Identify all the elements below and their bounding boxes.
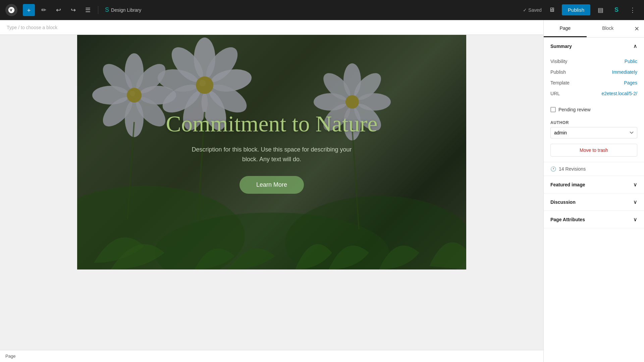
redo-button[interactable]: ↪ — [67, 4, 79, 16]
undo-icon: ↩ — [56, 6, 61, 14]
discussion-title: Discussion — [550, 199, 576, 205]
featured-image-section: Featured image ∨ — [544, 176, 644, 193]
page-attributes-header[interactable]: Page Attributes ∨ — [544, 211, 644, 228]
pending-review-label: Pending review — [558, 107, 591, 112]
page-attributes-title: Page Attributes — [550, 217, 585, 222]
page-status-label: Page — [5, 354, 15, 359]
scrn-tool-button[interactable]: S — [610, 4, 623, 16]
check-icon: ✓ — [523, 7, 527, 13]
summary-title: Summary — [550, 44, 572, 49]
chevron-down-icon: ∨ — [633, 181, 637, 188]
visibility-value[interactable]: Public — [625, 59, 637, 64]
hero-title: Commitment to Nature — [166, 111, 378, 137]
author-label: AUTHOR — [550, 120, 637, 125]
url-row: URL e2etest.local/5-2/ — [550, 88, 637, 99]
chevron-up-icon: ∧ — [633, 43, 637, 49]
monitor-icon: 🖥 — [549, 6, 555, 13]
summary-header[interactable]: Summary ∧ — [544, 38, 644, 55]
sidebar: Page Block ✕ Summary ∧ Visibility Public… — [543, 20, 644, 362]
scrn-icon: S — [105, 6, 109, 13]
tab-block[interactable]: Block — [587, 20, 630, 37]
scrn-tool-icon: S — [614, 6, 619, 13]
design-library[interactable]: S Design Library — [105, 6, 141, 13]
separator — [98, 6, 98, 14]
design-library-label: Design Library — [111, 7, 141, 13]
hero-block[interactable]: Commitment to Nature Description for thi… — [77, 35, 466, 269]
publish-value[interactable]: Immediately — [612, 69, 637, 75]
chevron-down-icon-2: ∨ — [633, 199, 637, 205]
more-options-button[interactable]: ⋮ — [627, 4, 639, 16]
pending-review-checkbox[interactable] — [550, 107, 556, 112]
add-block-button[interactable]: ＋ — [23, 4, 35, 16]
publish-button[interactable]: Publish — [562, 4, 590, 15]
sidebar-close-button[interactable]: ✕ — [629, 20, 644, 37]
summary-section: Summary ∧ Visibility Public Publish Imme… — [544, 38, 644, 176]
editor-area: Type / to choose a block — [0, 20, 543, 362]
visibility-label: Visibility — [550, 59, 567, 64]
saved-status: ✓ Saved — [523, 7, 542, 13]
clock-icon: 🕐 — [550, 166, 556, 172]
url-label: URL — [550, 91, 560, 96]
page-attributes-section: Page Attributes ∨ — [544, 211, 644, 228]
block-hint-text: Type / to choose a block — [7, 25, 57, 30]
close-icon: ✕ — [634, 25, 639, 33]
edit-button[interactable]: ✏ — [38, 4, 50, 16]
move-to-trash-button[interactable]: Move to trash — [550, 144, 637, 157]
publish-row: Publish Immediately — [550, 67, 637, 77]
list-view-button[interactable]: ☰ — [82, 4, 94, 16]
toolbar-right: ✓ Saved 🖥 Publish ▤ S ⋮ — [523, 4, 639, 16]
revisions-row[interactable]: 🕐 14 Revisions — [544, 162, 644, 176]
pencil-icon: ✏ — [41, 6, 46, 14]
hero-content: Commitment to Nature Description for thi… — [77, 35, 466, 269]
sidebar-tabs: Page Block ✕ — [544, 20, 644, 38]
summary-content: Visibility Public Publish Immediately Te… — [544, 55, 644, 104]
template-row: Template Pages — [550, 77, 637, 88]
hero-description: Description for this block. Use this spa… — [188, 145, 356, 164]
list-icon: ☰ — [85, 6, 91, 14]
visibility-row: Visibility Public — [550, 56, 637, 67]
publish-label: Publish — [550, 69, 566, 75]
panel-icon: ▤ — [598, 6, 603, 14]
url-value[interactable]: e2etest.local/5-2/ — [601, 91, 637, 96]
wp-logo[interactable] — [5, 4, 17, 16]
discussion-section: Discussion ∨ — [544, 193, 644, 211]
learn-more-button[interactable]: Learn More — [239, 176, 304, 194]
featured-image-title: Featured image — [550, 182, 585, 187]
main-area: Type / to choose a block — [0, 20, 644, 362]
discussion-header[interactable]: Discussion ∨ — [544, 193, 644, 210]
author-section: AUTHOR admin — [544, 116, 644, 144]
tab-page[interactable]: Page — [544, 20, 587, 37]
ellipsis-icon: ⋮ — [630, 6, 636, 14]
page-canvas: Commitment to Nature Description for thi… — [77, 35, 466, 269]
status-bar: Page — [0, 350, 543, 362]
plus-icon: ＋ — [26, 6, 32, 14]
sidebar-toggle-button[interactable]: ▤ — [594, 4, 606, 16]
toolbar: ＋ ✏ ↩ ↪ ☰ S Design Library ✓ Saved 🖥 Pub… — [0, 0, 644, 20]
template-label: Template — [550, 80, 570, 85]
canvas[interactable]: Commitment to Nature Description for thi… — [0, 35, 543, 350]
editor-top-bar[interactable]: Type / to choose a block — [0, 20, 543, 35]
chevron-down-icon-3: ∨ — [633, 216, 637, 223]
author-select[interactable]: admin — [550, 127, 637, 138]
preview-button[interactable]: 🖥 — [546, 4, 558, 16]
undo-button[interactable]: ↩ — [52, 4, 64, 16]
featured-image-header[interactable]: Featured image ∨ — [544, 176, 644, 193]
revisions-label: 14 Revisions — [559, 166, 586, 172]
template-value[interactable]: Pages — [624, 80, 637, 85]
pending-review-row: Pending review — [544, 104, 644, 116]
redo-icon: ↪ — [71, 6, 76, 14]
